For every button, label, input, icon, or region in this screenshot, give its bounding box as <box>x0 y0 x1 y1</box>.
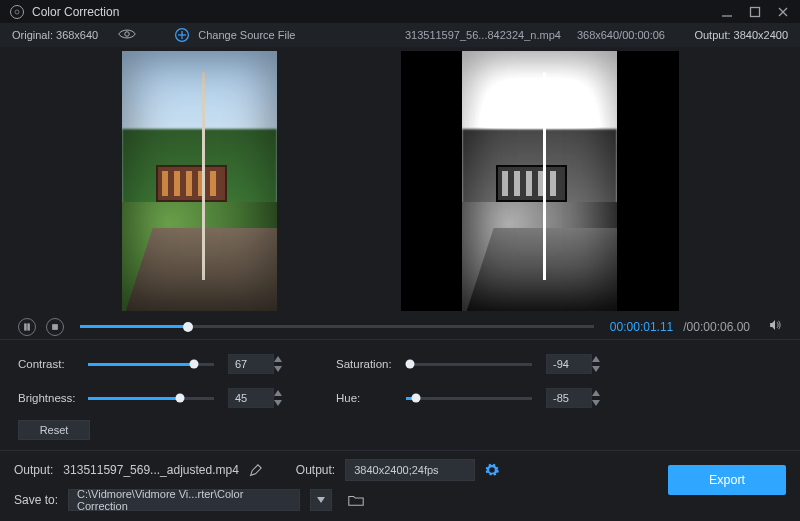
saveto-value: C:\Vidmore\Vidmore Vi...rter\Color Corre… <box>77 488 291 512</box>
change-source-button[interactable]: Change Source File <box>174 27 295 43</box>
stop-button[interactable] <box>46 318 64 336</box>
hue-value[interactable]: -85 <box>546 388 592 408</box>
output-file-value: 313511597_569..._adjusted.mp4 <box>63 463 238 477</box>
svg-rect-9 <box>25 324 27 330</box>
export-button[interactable]: Export <box>668 465 786 495</box>
brightness-value[interactable]: 45 <box>228 388 274 408</box>
timeline-knob[interactable] <box>183 322 193 332</box>
saveto-field[interactable]: C:\Vidmore\Vidmore Vi...rter\Color Corre… <box>68 489 300 511</box>
reset-button[interactable]: Reset <box>18 420 90 440</box>
change-source-label: Change Source File <box>198 29 295 41</box>
contrast-knob[interactable] <box>189 360 198 369</box>
source-file-meta: 368x640/00:00:06 <box>577 29 665 41</box>
output-format-label: Output: <box>296 463 335 477</box>
title-bar: Color Correction <box>0 0 800 23</box>
saturation-slider[interactable] <box>406 363 532 366</box>
output-settings-icon[interactable] <box>485 463 499 477</box>
open-folder-icon[interactable] <box>348 494 364 507</box>
contrast-label: Contrast: <box>18 358 88 370</box>
pause-button[interactable] <box>18 318 36 336</box>
info-bar: Original: 368x640 Change Source File 313… <box>0 23 800 46</box>
edit-output-name-icon[interactable] <box>249 464 262 477</box>
transport-bar: 00:00:01.11/00:00:06.00 <box>0 315 800 340</box>
brightness-knob[interactable] <box>175 394 184 403</box>
output-format-field[interactable]: 3840x2400;24fps <box>345 459 475 481</box>
hue-slider[interactable] <box>406 397 532 400</box>
contrast-value[interactable]: 67 <box>228 354 274 374</box>
app-title: Color Correction <box>32 5 119 19</box>
preview-area <box>0 47 800 315</box>
svg-rect-2 <box>751 7 760 16</box>
svg-rect-11 <box>53 324 58 329</box>
svg-point-5 <box>125 32 130 37</box>
brightness-slider[interactable] <box>88 397 214 400</box>
original-preview <box>122 51 277 311</box>
contrast-slider[interactable] <box>88 363 214 366</box>
output-format-value: 3840x2400;24fps <box>354 464 438 476</box>
saveto-dropdown[interactable] <box>310 489 332 511</box>
volume-icon[interactable] <box>768 318 782 335</box>
svg-point-0 <box>15 10 19 14</box>
app-icon <box>10 5 24 19</box>
saturation-value[interactable]: -94 <box>546 354 592 374</box>
output-file-label: Output: <box>14 463 53 477</box>
hue-knob[interactable] <box>412 394 421 403</box>
brightness-label: Brightness: <box>18 392 88 404</box>
timeline-fill <box>80 325 188 328</box>
time-current: 00:00:01.11 <box>610 320 673 334</box>
output-preview <box>401 51 679 311</box>
adjustment-sliders: Contrast: 67 Saturation: -94 Brightness:… <box>0 340 800 414</box>
saturation-label: Saturation: <box>336 358 406 370</box>
hue-label: Hue: <box>336 392 406 404</box>
close-button[interactable] <box>776 5 790 19</box>
output-resolution-label: Output: 3840x2400 <box>694 29 788 41</box>
time-duration: /00:00:06.00 <box>683 320 750 334</box>
toggle-preview-icon[interactable] <box>118 28 136 42</box>
svg-rect-10 <box>28 324 30 330</box>
saveto-label: Save to: <box>14 493 58 507</box>
original-resolution-label: Original: 368x640 <box>12 29 98 41</box>
maximize-button[interactable] <box>748 5 762 19</box>
minimize-button[interactable] <box>720 5 734 19</box>
bottom-bar: Output: 313511597_569..._adjusted.mp4 Ou… <box>0 450 800 521</box>
source-file-name: 313511597_56...842324_n.mp4 <box>405 29 561 41</box>
timeline-slider[interactable] <box>80 325 594 328</box>
saturation-knob[interactable] <box>405 360 414 369</box>
